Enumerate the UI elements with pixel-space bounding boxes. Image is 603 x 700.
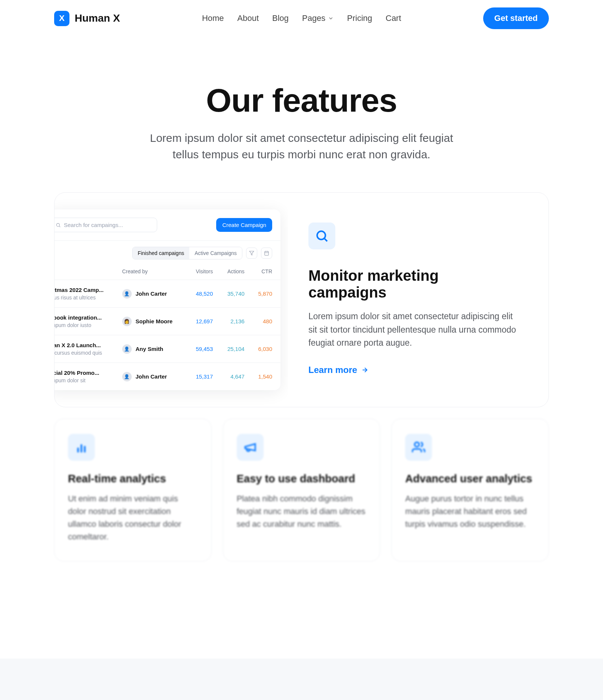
avatar-icon: 👤 bbox=[122, 372, 132, 382]
logo-mark-icon: X bbox=[54, 11, 69, 26]
logo-text: Human X bbox=[75, 12, 120, 24]
feature-cards: Real-time analytics Ut enim ad minim ven… bbox=[54, 419, 549, 561]
nav-pricing[interactable]: Pricing bbox=[347, 13, 372, 23]
calendar-icon bbox=[264, 251, 269, 256]
nav-pages[interactable]: Pages bbox=[302, 13, 333, 23]
footer-band bbox=[0, 659, 603, 700]
svg-point-13 bbox=[415, 442, 419, 447]
nav-pages-label: Pages bbox=[302, 13, 325, 23]
calendar-button[interactable] bbox=[261, 248, 272, 259]
feature-title: Monitor marketing campaigns bbox=[308, 267, 520, 301]
feature-card-dashboard[interactable]: Easy to use dashboard Platea nibh commod… bbox=[223, 419, 380, 561]
site-header: X Human X Home About Blog Pages Pricing … bbox=[54, 0, 549, 33]
svg-rect-3 bbox=[265, 251, 269, 255]
search-icon bbox=[56, 223, 61, 228]
chevron-down-icon bbox=[328, 15, 334, 21]
avatar-icon: 👤 bbox=[122, 289, 132, 299]
feature-description: Lorem ipsum dolor sit amet consectetur a… bbox=[308, 310, 520, 350]
get-started-button[interactable]: Get started bbox=[483, 7, 549, 29]
svg-line-1 bbox=[59, 226, 60, 227]
col-campaign bbox=[55, 263, 122, 280]
logo[interactable]: X Human X bbox=[54, 11, 120, 26]
feature-card-desc: Platea nibh commodo dignissim feugiat nu… bbox=[237, 492, 367, 531]
feature-card-analytics[interactable]: Real-time analytics Ut enim ad minim ven… bbox=[54, 419, 212, 561]
svg-point-7 bbox=[317, 231, 325, 239]
avatar-icon: 👤 bbox=[122, 344, 132, 354]
filter-button[interactable] bbox=[246, 248, 257, 259]
tab-finished[interactable]: Finished campaigns bbox=[133, 247, 190, 259]
search-placeholder: Search for campaings... bbox=[64, 222, 123, 228]
dashboard-preview: Search for campaings... Create Campaign … bbox=[55, 193, 288, 407]
svg-marker-2 bbox=[249, 251, 254, 255]
feature-card-desc: Ut enim ad minim veniam quis dolor nostr… bbox=[68, 492, 198, 543]
learn-more-link[interactable]: Learn more bbox=[308, 365, 369, 375]
create-campaign-button[interactable]: Create Campaign bbox=[216, 218, 272, 232]
table-row[interactable]: ebook integration...impum dolor iusto 👩S… bbox=[55, 308, 280, 335]
megaphone-icon bbox=[237, 434, 264, 461]
campaign-dashboard: Search for campaings... Create Campaign … bbox=[55, 209, 280, 390]
table-row[interactable]: ecial 20% Promo...impum dolor sit 👤John … bbox=[55, 363, 280, 391]
tab-active[interactable]: Active Campaigns bbox=[189, 247, 242, 259]
tab-group: Finished campaigns Active Campaigns bbox=[132, 247, 242, 259]
col-visitors: Visitors bbox=[190, 263, 221, 280]
page-subtitle: Lorem ipsum dolor sit amet consectetur a… bbox=[145, 130, 459, 162]
search-input[interactable]: Search for campaings... bbox=[55, 218, 157, 232]
nav-home[interactable]: Home bbox=[202, 13, 224, 23]
feature-card-desc: Augue purus tortor in nunc tellus mauris… bbox=[405, 492, 535, 531]
col-created-by: Created by bbox=[122, 263, 190, 280]
nav-blog[interactable]: Blog bbox=[272, 13, 289, 23]
nav-cart[interactable]: Cart bbox=[386, 13, 401, 23]
main-nav: Home About Blog Pages Pricing Cart bbox=[202, 13, 401, 23]
col-ctr: CTR bbox=[253, 263, 280, 280]
feature-card-title: Advanced user analytics bbox=[405, 473, 535, 485]
arrow-right-icon bbox=[361, 366, 369, 374]
col-actions: Actions bbox=[221, 263, 253, 280]
feature-card-users[interactable]: Advanced user analytics Augue purus tort… bbox=[391, 419, 549, 561]
feature-card-monitor: Search for campaings... Create Campaign … bbox=[54, 192, 549, 407]
filter-icon bbox=[249, 251, 254, 256]
feature-card-title: Easy to use dashboard bbox=[237, 473, 367, 485]
svg-line-8 bbox=[324, 239, 327, 241]
feature-card-title: Real-time analytics bbox=[68, 473, 198, 485]
table-row[interactable]: nan X 2.0 Launch...u cursus euismod quis… bbox=[55, 335, 280, 363]
nav-about[interactable]: About bbox=[237, 13, 259, 23]
avatar-icon: 👩 bbox=[122, 317, 132, 326]
campaign-table: Created by Visitors Actions CTR istmas 2… bbox=[55, 263, 280, 390]
svg-point-0 bbox=[56, 223, 59, 226]
page-title: Our features bbox=[54, 81, 549, 119]
users-icon bbox=[405, 434, 432, 461]
search-icon bbox=[308, 223, 335, 249]
bar-chart-icon bbox=[68, 434, 95, 461]
hero: Our features Lorem ipsum dolor sit amet … bbox=[54, 33, 549, 192]
table-row[interactable]: istmas 2022 Camp...isus risus at ultrice… bbox=[55, 280, 280, 308]
